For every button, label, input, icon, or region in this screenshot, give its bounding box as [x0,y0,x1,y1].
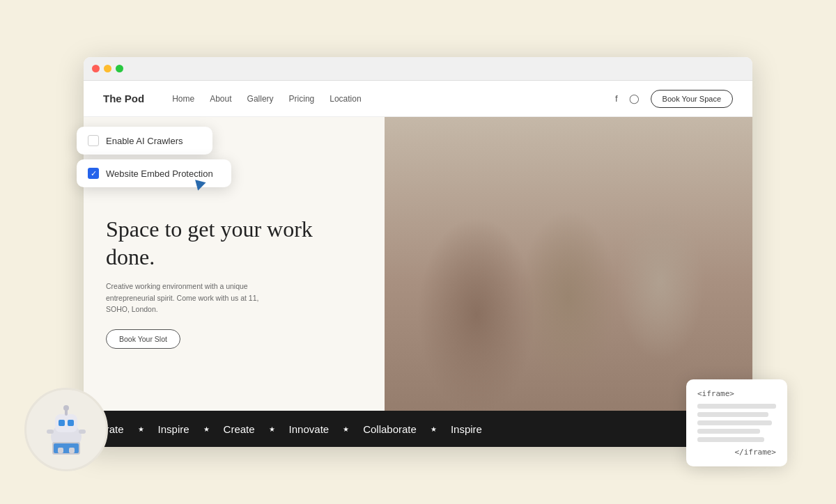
enable-crawlers-checkbox[interactable] [88,135,99,146]
ticker-inspire-1: Inspire [158,423,189,435]
svg-rect-2 [59,420,65,426]
ticker-inspire-2: Inspire [451,423,482,435]
iframe-lines [697,404,776,442]
svg-rect-11 [69,448,75,453]
robot-circle [24,388,108,471]
iframe-open-tag: <iframe> [697,389,776,398]
ticker-innovate: Innovate [289,423,330,435]
robot-illustration [37,400,96,459]
browser-bar [84,57,752,81]
maximize-dot[interactable] [116,65,123,72]
iframe-snippet-panel: <iframe> </iframe> [686,379,787,466]
hero-cta-button[interactable]: Book Your Slot [106,329,180,349]
iframe-line-2 [697,412,768,417]
nav-pricing[interactable]: Pricing [289,94,315,104]
ticker-create: Create [224,423,255,435]
svg-point-5 [63,405,69,411]
ticker-collaborate-2: Collaborate [363,423,417,435]
svg-rect-1 [55,414,77,432]
enable-crawlers-label: Enable AI Crawlers [106,136,183,146]
website-embed-checkbox[interactable]: ✓ [88,168,99,179]
star-2: ★ [203,425,210,433]
svg-rect-10 [58,448,63,453]
ticker-inner: llaborate ★ Inspire ★ Create ★ Innovate … [84,423,482,435]
book-button[interactable]: Book Your Space [651,90,733,108]
website-embed-panel: ✓ Website Embed Protection [77,159,231,187]
site-logo: The Pod [103,93,144,104]
star-3: ★ [269,425,275,433]
outer-wrapper: The Pod Home About Gallery Pricing Locat… [84,57,752,447]
star-4: ★ [343,425,349,433]
website-embed-label: Website Embed Protection [106,168,213,179]
svg-rect-9 [54,443,79,453]
iframe-line-4 [697,429,760,434]
iframe-line-1 [697,404,776,409]
nav-home[interactable]: Home [172,94,194,104]
svg-rect-6 [47,430,54,434]
nav-location[interactable]: Location [330,94,361,104]
nav-gallery[interactable]: Gallery [247,94,274,104]
facebook-icon[interactable]: f [615,93,618,104]
hero-subtitle: Creative working environment with a uniq… [106,281,266,315]
iframe-close-tag: </iframe> [697,448,776,457]
nav-links: Home About Gallery Pricing Location [172,94,615,104]
hero-title: Space to get your work done. [106,215,362,271]
ticker-bar: llaborate ★ Inspire ★ Create ★ Innovate … [84,411,752,447]
instagram-icon[interactable]: ◯ [629,93,640,104]
iframe-line-3 [697,420,772,425]
nav-right: f ◯ Book Your Space [615,90,733,108]
site-nav: The Pod Home About Gallery Pricing Locat… [84,81,752,117]
minimize-dot[interactable] [104,65,111,72]
browser-window: The Pod Home About Gallery Pricing Locat… [84,57,752,447]
star-5: ★ [431,425,437,433]
nav-about[interactable]: About [210,94,231,104]
close-dot[interactable] [92,65,100,72]
enable-crawlers-panel: Enable AI Crawlers [77,127,212,155]
svg-rect-3 [68,420,74,426]
iframe-line-5 [697,437,764,442]
svg-rect-7 [79,430,86,434]
star-1: ★ [138,425,144,433]
